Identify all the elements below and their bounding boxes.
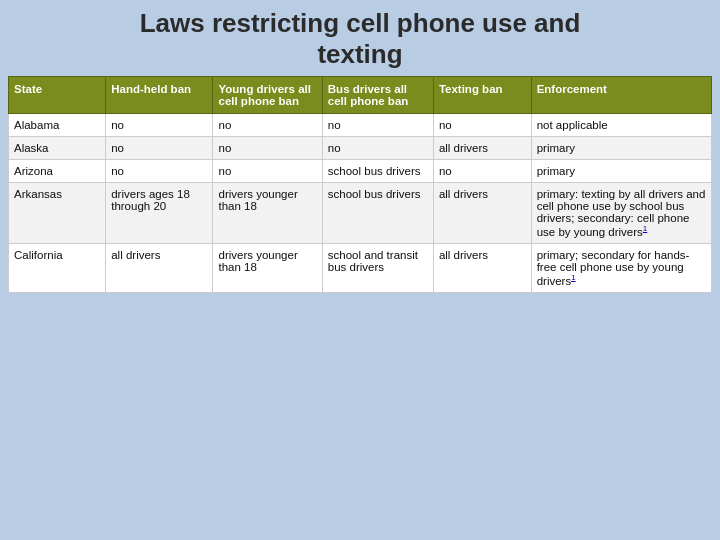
col-header-handheld: Hand-held ban [106, 77, 213, 114]
cell-state: Alaska [9, 137, 106, 160]
col-header-texting: Texting ban [433, 77, 531, 114]
col-header-bus: Bus drivers all cell phone ban [322, 77, 433, 114]
cell-enforcement: not applicable [531, 114, 711, 137]
cell-enforcement: primary [531, 137, 711, 160]
page: Laws restricting cell phone use and text… [0, 0, 720, 540]
col-header-state: State [9, 77, 106, 114]
cell-texting: all drivers [433, 183, 531, 244]
cell-young: no [213, 137, 322, 160]
cell-bus: school bus drivers [322, 183, 433, 244]
table-wrapper: State Hand-held ban Young drivers all ce… [0, 76, 720, 297]
main-table: State Hand-held ban Young drivers all ce… [8, 76, 712, 293]
cell-young: drivers younger than 18 [213, 244, 322, 293]
cell-handheld: no [106, 137, 213, 160]
footnote-sup: 1 [571, 273, 575, 282]
col-header-enforcement: Enforcement [531, 77, 711, 114]
footnote-sup: 1 [643, 224, 647, 233]
table-row: Alaskanononoall driversprimary [9, 137, 712, 160]
col-header-young: Young drivers all cell phone ban [213, 77, 322, 114]
cell-enforcement: primary: texting by all drivers and cell… [531, 183, 711, 244]
table-row: Arkansasdrivers ages 18 through 20driver… [9, 183, 712, 244]
cell-bus: no [322, 114, 433, 137]
cell-young: no [213, 160, 322, 183]
table-row: Alabamanononononot applicable [9, 114, 712, 137]
cell-bus: no [322, 137, 433, 160]
cell-state: Arizona [9, 160, 106, 183]
cell-young: drivers younger than 18 [213, 183, 322, 244]
cell-enforcement: primary; secondary for hands-free cell p… [531, 244, 711, 293]
page-title: Laws restricting cell phone use and text… [10, 8, 710, 70]
cell-young: no [213, 114, 322, 137]
cell-state: Arkansas [9, 183, 106, 244]
table-row: Californiaall driversdrivers younger tha… [9, 244, 712, 293]
cell-handheld: drivers ages 18 through 20 [106, 183, 213, 244]
cell-texting: all drivers [433, 137, 531, 160]
cell-enforcement: primary [531, 160, 711, 183]
cell-state: Alabama [9, 114, 106, 137]
cell-handheld: no [106, 160, 213, 183]
cell-texting: no [433, 160, 531, 183]
cell-bus: school and transit bus drivers [322, 244, 433, 293]
table-row: Arizonanonoschool bus driversnoprimary [9, 160, 712, 183]
cell-bus: school bus drivers [322, 160, 433, 183]
cell-texting: all drivers [433, 244, 531, 293]
cell-state: California [9, 244, 106, 293]
cell-handheld: all drivers [106, 244, 213, 293]
cell-texting: no [433, 114, 531, 137]
header-row: State Hand-held ban Young drivers all ce… [9, 77, 712, 114]
title-area: Laws restricting cell phone use and text… [0, 0, 720, 76]
cell-handheld: no [106, 114, 213, 137]
